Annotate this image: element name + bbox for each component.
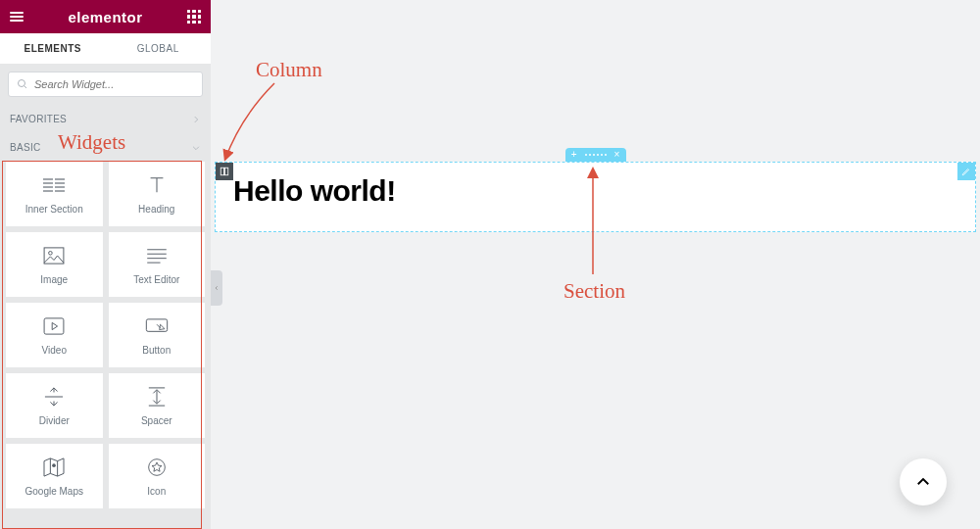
tab-global[interactable]: GLOBAL [106, 33, 212, 64]
column-icon [220, 167, 229, 176]
apps-button[interactable] [177, 0, 211, 33]
heading-widget[interactable]: Hello world! [216, 163, 975, 231]
widget-inner-section[interactable]: Inner Section [6, 162, 103, 226]
chevron-down-icon [191, 143, 201, 153]
scroll-top-button[interactable] [900, 458, 947, 505]
pencil-icon [961, 167, 971, 176]
svg-rect-16 [44, 317, 64, 333]
widget-label: Button [142, 345, 171, 356]
widget-label: Divider [39, 415, 70, 426]
svg-rect-21 [224, 168, 227, 175]
search-icon [17, 78, 28, 90]
tab-elements[interactable]: ELEMENTS [0, 33, 106, 64]
widget-video[interactable]: Video [6, 303, 103, 367]
icon-icon [147, 457, 167, 478]
widget-spacer[interactable]: Spacer [109, 373, 206, 438]
widget-divider[interactable]: Divider [6, 373, 103, 438]
widget-icon[interactable]: Icon [109, 444, 206, 508]
menu-button[interactable] [0, 0, 33, 33]
panel-tabs: ELEMENTS GLOBAL [0, 33, 211, 64]
favorites-label: FAVORITES [10, 114, 67, 124]
hamburger-icon [10, 12, 24, 22]
svg-rect-20 [220, 168, 223, 175]
svg-rect-10 [44, 247, 64, 263]
svg-point-0 [19, 80, 25, 87]
video-icon [43, 315, 65, 337]
panel-header: elementor [0, 0, 211, 33]
widget-label: Image [40, 274, 68, 285]
brand-logo: elementor [33, 9, 177, 25]
widget-google-maps[interactable]: Google Maps [6, 444, 103, 508]
search-widget[interactable] [8, 72, 203, 97]
editor-canvas[interactable]: + × Hello world! [211, 0, 980, 529]
svg-rect-17 [146, 318, 167, 330]
widgets-list: Inner SectionHeadingImageText EditorVide… [0, 162, 211, 529]
button-icon [145, 315, 169, 337]
section-wrapper[interactable]: + × Hello world! [215, 162, 976, 232]
widget-label: Inner Section [25, 204, 83, 215]
basic-section[interactable]: BASIC [0, 133, 211, 162]
favorites-section[interactable]: FAVORITES [0, 105, 211, 133]
apps-grid-icon [187, 10, 201, 24]
column-handle[interactable] [216, 163, 233, 180]
widget-label: Text Editor [133, 274, 179, 285]
spacer-icon [147, 386, 167, 408]
inner-section-icon [42, 174, 66, 196]
edit-widget-handle[interactable] [957, 163, 975, 180]
basic-label: BASIC [10, 142, 41, 153]
image-icon [43, 245, 65, 266]
svg-point-11 [49, 251, 53, 255]
section[interactable]: Hello world! [215, 162, 976, 232]
add-section-icon[interactable]: + [571, 150, 577, 160]
google-maps-icon [43, 457, 65, 478]
widget-label: Heading [138, 204, 174, 215]
heading-icon [146, 174, 168, 196]
svg-line-1 [24, 86, 27, 89]
chevron-up-icon [914, 473, 932, 491]
widget-label: Google Maps [25, 486, 83, 497]
widget-label: Icon [147, 486, 166, 497]
widget-text-editor[interactable]: Text Editor [109, 232, 206, 297]
section-handle[interactable]: + × [565, 148, 626, 162]
svg-point-18 [52, 463, 56, 467]
chevron-right-icon [191, 115, 201, 124]
divider-icon [43, 386, 65, 408]
panel-collapse-handle[interactable] [211, 270, 222, 306]
drag-section-icon[interactable] [585, 154, 607, 156]
widget-label: Video [42, 345, 67, 356]
chevron-left-icon [214, 283, 220, 293]
search-input[interactable] [34, 78, 194, 90]
widget-label: Spacer [141, 415, 172, 426]
widget-button[interactable]: Button [109, 303, 206, 367]
delete-section-icon[interactable]: × [614, 150, 620, 160]
elementor-panel: elementor ELEMENTS GLOBAL FAVORITES BASI… [0, 0, 211, 529]
widget-image[interactable]: Image [6, 232, 103, 297]
text-editor-icon [146, 245, 168, 266]
widget-heading[interactable]: Heading [109, 162, 206, 226]
